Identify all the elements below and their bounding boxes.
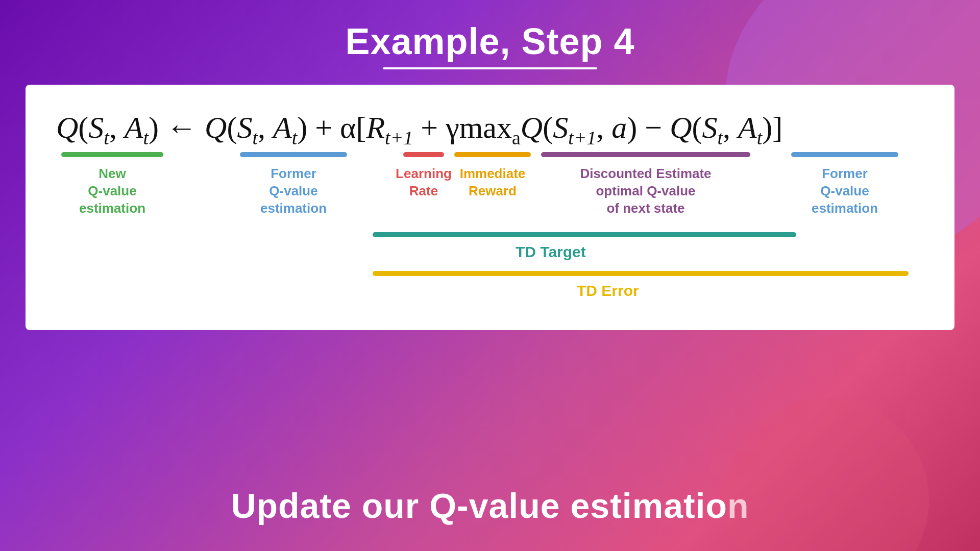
slide-container: Example, Step 4 Q(St, At) ← Q(St, At) + … [0,0,980,551]
bottom-caption: Update our Q-value estimation [0,486,980,525]
label-immediate-reward: ImmediateReward [460,165,526,200]
content-box: Q(St, At) ← Q(St, At) + α[Rt+1 + γmaxaQ(… [26,85,954,330]
segment-learning-rate: LearningRate [398,152,449,200]
bar-learning-rate [403,152,444,157]
bar-former-qvalue-2 [791,152,898,157]
bar-discounted-estimate [541,152,750,157]
td-target-bar [373,232,796,237]
bar-former-qvalue-1 [240,152,347,157]
td-error-label: TD Error [373,282,639,299]
label-former-qvalue-2: FormerQ-valueestimation [812,165,878,217]
label-discounted-estimate: Discounted Estimateoptimal Q-valueof nex… [580,165,711,217]
bar-immediate-reward [454,152,531,157]
label-former-qvalue-1: FormerQ-valueestimation [260,165,327,217]
label-learning-rate: LearningRate [396,165,452,200]
title-section: Example, Step 4 [345,20,634,69]
slide-title: Example, Step 4 [345,20,634,62]
label-new-qvalue: NewQ-valueestimation [79,165,145,217]
td-target-label: TD Target [373,243,586,261]
equation-area: Q(St, At) ← Q(St, At) + α[Rt+1 + γmaxaQ(… [56,110,924,299]
equation-display: Q(St, At) ← Q(St, At) + α[Rt+1 + γmaxaQ(… [56,110,924,149]
segment-new-qvalue: NewQ-valueestimation [56,152,168,217]
segment-discounted-estimate: Discounted Estimateoptimal Q-valueof nex… [536,152,755,217]
td-target-section: TD Target TD Error [56,232,924,299]
bar-new-qvalue [61,152,163,157]
title-underline [383,67,597,69]
segment-immediate-reward: ImmediateReward [449,152,536,200]
td-error-bar [373,271,909,276]
segment-former-qvalue-2: FormerQ-valueestimation [786,152,903,217]
segment-former-qvalue-1: FormerQ-valueestimation [235,152,352,217]
